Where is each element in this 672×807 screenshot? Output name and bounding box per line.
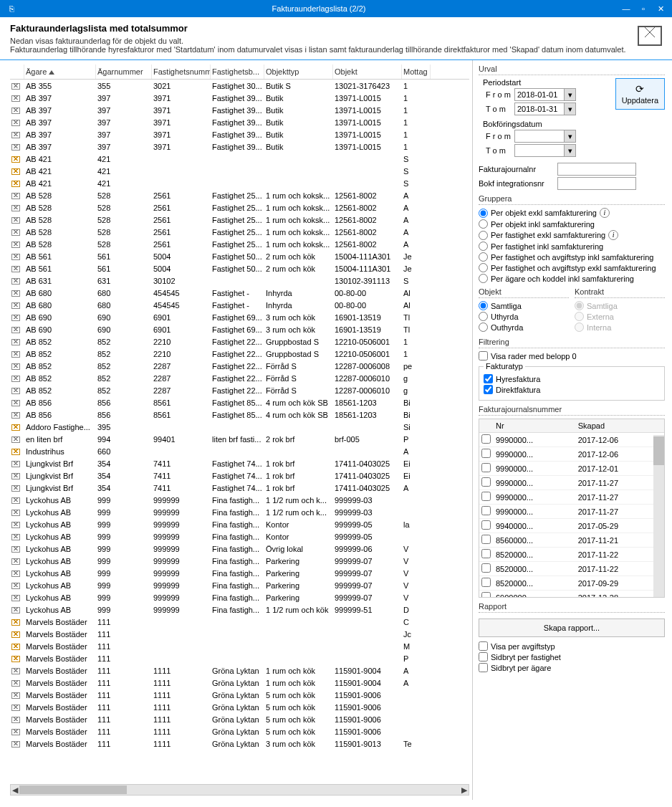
table-row[interactable]: AB 5285282561Fastighet 25...1 rum och ko…	[10, 238, 469, 250]
table-row[interactable]: AB 8528522210Fastighet 22...Gruppbostad …	[10, 335, 469, 348]
table-row[interactable]: Addoro Fastighe...395Si	[10, 421, 469, 433]
col-objtyp[interactable]: Objekttyp	[264, 65, 333, 79]
table-row[interactable]: AB 8528522287Fastighet 22...Förråd S1228…	[10, 372, 469, 384]
journal-row[interactable]: 9940000...2017-05-29	[479, 519, 664, 533]
journal-check[interactable]	[481, 520, 491, 530]
uppdatera-button[interactable]: ⟳Uppdatera	[615, 78, 665, 110]
table-row[interactable]: AB 3973973971Fastighet 39...Butik13971-L…	[10, 128, 469, 140]
table-row[interactable]: Marvels Bostäder1111111Gröna Lyktan5 rum…	[10, 725, 469, 737]
table-row[interactable]: Marvels Bostäder1111111Gröna Lyktan1 rum…	[10, 677, 469, 689]
grp-radio-3[interactable]	[479, 242, 488, 251]
dropdown-icon[interactable]: ▾	[565, 88, 576, 101]
skapa-rapport-button[interactable]: Skapa rapport...	[479, 619, 665, 637]
journal-check[interactable]	[481, 592, 491, 598]
table-row[interactable]: AB 8568568561Fastighet 85...4 rum och kö…	[10, 396, 469, 409]
table-row[interactable]: Marvels Bostäder111M	[10, 640, 469, 652]
table-row[interactable]: AB 8568568561Fastighet 85...4 rum och kö…	[10, 409, 469, 421]
grp-radio-0[interactable]	[479, 209, 488, 218]
dropdown-icon[interactable]: ▾	[565, 102, 576, 115]
table-row[interactable]: Marvels Bostäder1111111Gröna Lyktan3 rum…	[10, 737, 469, 750]
col-fastb[interactable]: Fastighetsb...	[211, 65, 264, 79]
rapp-check-2[interactable]	[479, 663, 488, 672]
col-objekt[interactable]: Objekt	[333, 65, 402, 79]
table-row[interactable]: AB 680680454545Fastighet -Inhyrda00-80-0…	[10, 299, 469, 311]
journal-row[interactable]: 8520000...2017-09-29	[479, 576, 664, 591]
direkt-check[interactable]	[484, 385, 493, 394]
journal-check[interactable]	[481, 578, 491, 587]
bok-to-input[interactable]	[514, 144, 565, 157]
close-icon[interactable]: ✕	[652, 4, 669, 14]
objekt-radio-0[interactable]	[479, 301, 488, 310]
hyres-check[interactable]	[484, 374, 493, 383]
table-row[interactable]: Lyckohus AB999999999Fina fastigh...Övrig…	[10, 543, 469, 555]
table-row[interactable]: AB 421421S	[10, 165, 469, 177]
table-row[interactable]: AB 3973973971Fastighet 39...Butik13971-L…	[10, 116, 469, 128]
table-row[interactable]: AB 680680454545Fastighet -Inhyrda00-80-0…	[10, 287, 469, 299]
table-row[interactable]: Lyckohus AB999999999Fina fastigh...Konto…	[10, 518, 469, 530]
table-row[interactable]: AB 3973973971Fastighet 39...Butik13971-L…	[10, 104, 469, 116]
table-row[interactable]: AB 5285282561Fastighet 25...1 rum och ko…	[10, 201, 469, 214]
bokf-input[interactable]	[557, 177, 636, 190]
jcol-nr[interactable]: Nr	[494, 419, 576, 433]
table-row[interactable]: AB 421421S	[10, 177, 469, 189]
table-row[interactable]: AB 8528522287Fastighet 22...Förråd S1228…	[10, 384, 469, 396]
table-row[interactable]: AB 5285282561Fastighet 25...1 rum och ko…	[10, 189, 469, 201]
journal-row[interactable]: 8560000...2017-11-21	[479, 533, 664, 548]
sort-asc-icon[interactable]	[49, 70, 54, 75]
journal-check[interactable]	[481, 549, 491, 558]
col-agarnr[interactable]: Ägarnummer	[96, 65, 152, 79]
table-row[interactable]: Ljungkvist Brf3547411Fastighet 74...1 ro…	[10, 457, 469, 469]
journal-row[interactable]: 9990000...2017-12-01	[479, 462, 664, 476]
table-row[interactable]: Marvels Bostäder1111111Gröna Lyktan5 rum…	[10, 713, 469, 725]
fjnr-input[interactable]	[557, 163, 636, 176]
info-icon[interactable]: i	[600, 208, 610, 218]
col-mottag[interactable]: Mottag	[402, 65, 431, 79]
journal-scrollbar[interactable]	[653, 435, 664, 597]
table-row[interactable]: Ljungkvist Brf3547411Fastighet 74...1 ro…	[10, 469, 469, 482]
table-row[interactable]: Marvels Bostäder1111111Gröna Lyktan1 rum…	[10, 664, 469, 677]
journal-row[interactable]: 8520000...2017-11-22	[479, 548, 664, 562]
journal-check[interactable]	[481, 449, 491, 458]
table-row[interactable]: Marvels Bostäder111Jc	[10, 628, 469, 640]
table-row[interactable]: Lyckohus AB999999999Fina fastigh...Parke…	[10, 567, 469, 579]
grp-radio-4[interactable]	[479, 252, 488, 262]
period-to-input[interactable]	[514, 102, 565, 115]
table-row[interactable]: AB 6906906901Fastighet 69...3 rum och kö…	[10, 311, 469, 323]
journal-row[interactable]: 9990000...2017-11-27	[479, 505, 664, 519]
table-row[interactable]: Lyckohus AB999999999Fina fastigh...Parke…	[10, 579, 469, 591]
table-row[interactable]: Lyckohus AB999999999Fina fastigh...1 1/2…	[10, 494, 469, 506]
table-row[interactable]: AB 3553553021Fastighet 30...Butik S13021…	[10, 80, 469, 92]
journal-check[interactable]	[481, 563, 491, 573]
h-scrollbar[interactable]: ◀ ▶	[10, 784, 469, 796]
info-icon[interactable]: i	[608, 230, 618, 240]
grp-radio-1[interactable]	[479, 219, 488, 229]
grp-radio-5[interactable]	[479, 263, 488, 272]
journal-list[interactable]: NrSkapad 9990000...2017-12-069990000...2…	[479, 419, 665, 598]
envelope-icon[interactable]	[638, 23, 662, 54]
journal-row[interactable]: 9990000...2017-11-27	[479, 490, 664, 505]
data-grid[interactable]: Ägare Ägarnummer Fastighetsnummer Fastig…	[10, 65, 469, 783]
col-agare[interactable]: Ägare	[26, 67, 47, 76]
journal-row[interactable]: 9990000...2017-12-06	[479, 433, 664, 447]
table-row[interactable]: Lyckohus AB999999999Fina fastigh...1 1/2…	[10, 506, 469, 518]
table-row[interactable]: AB 421421S	[10, 153, 469, 165]
journal-check[interactable]	[481, 477, 491, 487]
scroll-thumb[interactable]	[19, 785, 127, 794]
table-row[interactable]: AB 8528522210Fastighet 22...Gruppbostad …	[10, 348, 469, 360]
table-row[interactable]: AB 63163130102130102-391113S	[10, 274, 469, 287]
maximize-icon[interactable]: ▫	[635, 4, 652, 13]
table-row[interactable]: Industrihus660A	[10, 445, 469, 457]
table-row[interactable]: AB 8528522287Fastighet 22...Förråd S1228…	[10, 360, 469, 372]
dropdown-icon[interactable]: ▾	[565, 144, 576, 157]
scroll-right-icon[interactable]: ▶	[460, 785, 469, 795]
grid-header[interactable]: Ägare Ägarnummer Fastighetsnummer Fastig…	[10, 65, 469, 80]
table-row[interactable]: Lyckohus AB999999999Fina fastigh...1 1/2…	[10, 603, 469, 616]
journal-check[interactable]	[481, 506, 491, 515]
jcol-skapad[interactable]: Skapad	[576, 419, 664, 433]
table-row[interactable]: AB 5285282561Fastighet 25...1 rum och ko…	[10, 214, 469, 226]
journal-check[interactable]	[481, 535, 491, 544]
table-row[interactable]: Marvels Bostäder111P	[10, 652, 469, 664]
grp-radio-6[interactable]	[479, 274, 488, 283]
journal-row[interactable]: 9990000...2017-12-06	[479, 447, 664, 462]
table-row[interactable]: AB 5615615004Fastighet 50...2 rum och kö…	[10, 262, 469, 274]
